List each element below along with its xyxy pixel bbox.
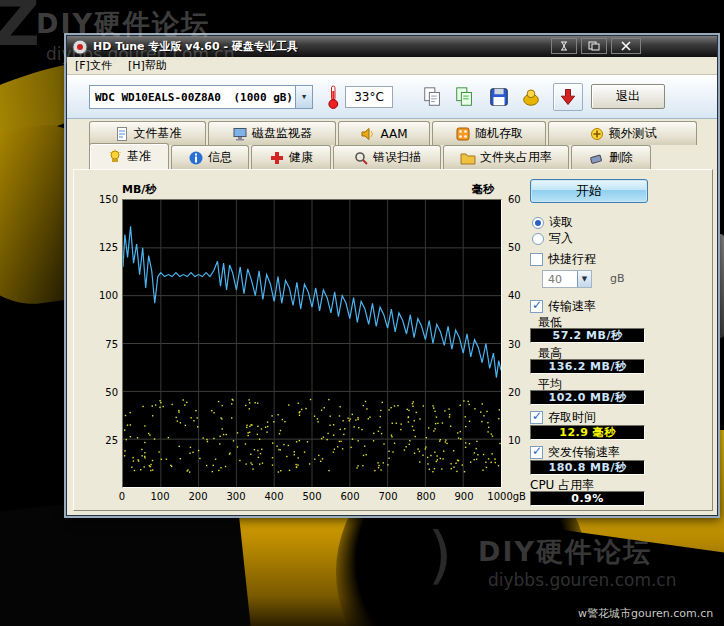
y-axis-left-ticks: 150 125 100 75 50 25 (90, 199, 120, 488)
app-icon (72, 39, 88, 55)
read-radio-row[interactable]: 读取 (532, 214, 573, 231)
tab-label: 磁盘监视器 (252, 125, 312, 142)
close-button[interactable] (611, 38, 641, 54)
device-capacity: (1000 gB) (233, 91, 293, 104)
disk-monitor-icon (232, 126, 248, 142)
random-access-icon (455, 126, 471, 142)
tab-info[interactable]: 信息 (171, 145, 249, 169)
tab-disk-monitor[interactable]: 磁盘监视器 (208, 121, 336, 145)
restore-button[interactable] (581, 38, 607, 54)
tab-extra-tests[interactable]: 额外测试 (548, 121, 697, 145)
tab-row-2: 基准 信息 健康 错误扫描 文件夹占用率 删除 (89, 145, 651, 169)
tab-error-scan[interactable]: 错误扫描 (333, 145, 441, 169)
burst-rate-label: 突发传输速率 (548, 444, 620, 461)
tab-label: 额外测试 (609, 125, 657, 142)
transfer-rate-label: 传输速率 (548, 298, 596, 315)
menu-bar: [F]文件 [H]帮助 (67, 57, 717, 75)
save-screenshot-button[interactable] (485, 83, 513, 111)
tab-health[interactable]: 健康 (251, 145, 331, 169)
tab-erase[interactable]: 删除 (571, 145, 651, 169)
toolbar: WDC WD10EALS-00Z8A0 (1000 gB) ▼ 33°C 退出 (67, 75, 717, 119)
min-value: 57.2 MB/秒 (530, 328, 645, 343)
update-button[interactable] (553, 83, 583, 111)
tab-random-access[interactable]: 随机存取 (432, 121, 546, 145)
donate-button[interactable] (517, 83, 545, 111)
magnifier-icon (353, 150, 369, 166)
benchmark-graph (123, 200, 501, 487)
thermometer-icon (327, 84, 340, 110)
burst-rate-row[interactable]: 突发传输速率 (530, 444, 620, 461)
tab-row-1: 文件基准 磁盘监视器 AAM 随机存取 额外测试 (89, 121, 697, 145)
copy-text-button[interactable] (419, 83, 447, 111)
extra-tests-icon (589, 126, 605, 142)
tab-label: AAM (380, 127, 407, 141)
menu-file[interactable]: [F]文件 (75, 58, 112, 73)
read-label: 读取 (549, 214, 573, 231)
menu-help[interactable]: [H]帮助 (128, 58, 167, 73)
read-radio[interactable] (532, 217, 544, 229)
tab-label: 文件基准 (134, 125, 182, 142)
tab-folder-usage[interactable]: 文件夹占用率 (443, 145, 569, 169)
window-title: HD Tune 专业版 v4.60 - 硬盘专业工具 (93, 39, 298, 54)
tab-label: 基准 (127, 148, 151, 165)
start-button[interactable]: 开始 (530, 179, 648, 203)
chevron-down-icon[interactable]: ▼ (577, 271, 591, 287)
copy-screenshot-button[interactable] (451, 83, 479, 111)
burst-rate-checkbox[interactable] (530, 446, 543, 459)
tab-label: 删除 (609, 149, 633, 166)
tab-aam[interactable]: AAM (338, 121, 430, 145)
short-stroke-value: 40 (548, 273, 562, 286)
file-benchmark-icon (114, 126, 130, 142)
tab-label: 信息 (208, 149, 232, 166)
write-label: 写入 (549, 230, 573, 247)
access-time-row[interactable]: 存取时间 (530, 409, 596, 426)
short-stroke-unit: gB (610, 272, 625, 285)
device-select[interactable]: WDC WD10EALS-00Z8A0 (1000 gB) ▼ (89, 85, 313, 109)
titlebar[interactable]: HD Tune 专业版 v4.60 - 硬盘专业工具 (67, 36, 717, 57)
burst-rate-value: 180.8 MB/秒 (530, 460, 645, 475)
window-controls (551, 38, 641, 54)
folder-icon (460, 150, 476, 166)
write-radio[interactable] (532, 233, 544, 245)
tab-file-benchmark[interactable]: 文件基准 (89, 121, 206, 145)
transfer-rate-row[interactable]: 传输速率 (530, 298, 596, 315)
temperature-value: 33°C (354, 90, 384, 104)
short-stroke-select[interactable]: 40 ▼ (542, 270, 592, 288)
avg-value: 102.0 MB/秒 (530, 390, 645, 405)
access-time-checkbox[interactable] (530, 411, 543, 424)
x-axis-ticks: 0 100 200 300 400 500 600 700 800 900 10… (122, 491, 502, 505)
benchmark-tab-page: MB/秒 毫秒 150 125 100 75 50 25 60 50 40 30… (73, 169, 713, 511)
transfer-rate-checkbox[interactable] (530, 300, 543, 313)
tab-label: 健康 (289, 149, 313, 166)
y-right-axis-title: 毫秒 (472, 182, 494, 197)
short-stroke-label: 快捷行程 (548, 251, 596, 268)
minimize-button[interactable] (551, 38, 577, 54)
cpu-usage-value: 0.9% (530, 491, 645, 506)
short-stroke-checkbox[interactable] (530, 253, 543, 266)
speaker-icon (360, 126, 376, 142)
tab-benchmark[interactable]: 基准 (89, 143, 169, 169)
health-cross-icon (269, 150, 285, 166)
eraser-icon (589, 150, 605, 166)
write-radio-row[interactable]: 写入 (532, 230, 573, 247)
tab-label: 错误扫描 (373, 149, 421, 166)
short-stroke-row[interactable]: 快捷行程 (530, 251, 596, 268)
benchmark-plot (122, 199, 502, 488)
y-left-axis-title: MB/秒 (122, 182, 156, 197)
tab-label: 文件夹占用率 (480, 149, 552, 166)
exit-label: 退出 (616, 88, 640, 105)
device-name: WDC WD10EALS-00Z8A0 (95, 91, 221, 104)
access-time-value: 12.9 毫秒 (530, 425, 645, 440)
hdtune-window: HD Tune 专业版 v4.60 - 硬盘专业工具 [F]文件 [H]帮助 W… (66, 35, 718, 516)
info-icon (188, 150, 204, 166)
watermark-logo: Z (0, 0, 40, 61)
access-time-label: 存取时间 (548, 409, 596, 426)
exit-button[interactable]: 退出 (591, 84, 665, 109)
max-value: 136.2 MB/秒 (530, 359, 645, 374)
tab-label: 随机存取 (475, 125, 523, 142)
temperature-display: 33°C (345, 86, 393, 108)
benchmark-lamp-icon (107, 149, 123, 165)
start-label: 开始 (576, 182, 602, 200)
chevron-down-icon[interactable]: ▼ (295, 86, 312, 108)
